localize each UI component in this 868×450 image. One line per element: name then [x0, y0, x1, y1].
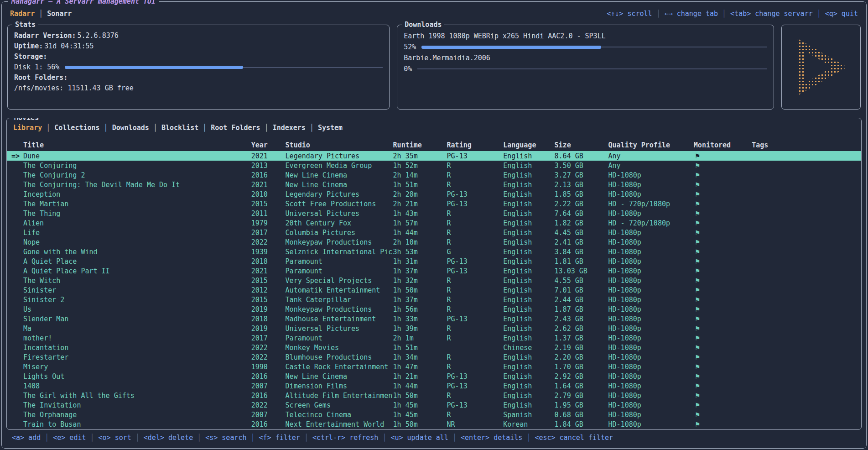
movie-rating: R [447, 170, 504, 180]
keybinding-hint: <u> update all [390, 434, 448, 442]
movie-studio: Automatik Entertainment [286, 285, 393, 295]
table-row[interactable]: Train to Busan2016Next Entertainment Wor… [7, 419, 861, 429]
movie-title: Sinister [23, 286, 56, 294]
table-row[interactable]: A Quiet Place2018Paramount1h 31mPG-13Eng… [7, 256, 861, 266]
table-row[interactable]: The Conjuring 22016New Line Cinema2h 14m… [7, 170, 861, 180]
movie-language: Korean [503, 419, 554, 429]
movie-runtime: 2h 35m [393, 151, 447, 161]
table-row[interactable]: Inception2010Legendary Pictures2h 28mPG-… [7, 189, 861, 199]
movies-tab-library[interactable]: Library [13, 124, 42, 132]
top-help: <↑↓> scroll│←→ change tab│<tab> change s… [607, 10, 858, 18]
table-row[interactable]: mother!2017Paramount2h 1mREnglish1.37 GB… [7, 333, 861, 343]
movie-size: 1.84 GB [555, 419, 608, 429]
movie-monitored: ⚑ [694, 170, 752, 180]
movies-tab-indexers[interactable]: Indexers [273, 124, 306, 132]
movie-quality: HD-1080p [608, 372, 694, 381]
downloads-list: Earth 1998 1080p WEBRip x265 Hindi AAC2.… [404, 31, 767, 74]
movie-tags [752, 189, 861, 199]
movie-runtime: 1h 50m [393, 391, 447, 400]
table-row[interactable]: A Quiet Place Part II2021Paramount1h 37m… [7, 266, 861, 276]
movie-title: Alien [23, 219, 44, 227]
separator: │ [39, 10, 43, 18]
movie-title: Nope [23, 238, 40, 246]
movie-tags [752, 218, 861, 228]
table-row[interactable]: The Girl with All the Gifts2016Altitude … [7, 391, 861, 400]
table-row[interactable]: Alien197920th Century Fox1h 57mREnglish1… [7, 218, 861, 228]
movie-runtime: 1h 50m [393, 285, 447, 295]
table-row[interactable]: Lights Out2016New Line Cinema1h 21mPG-13… [7, 372, 861, 381]
movie-studio: Dimension Films [286, 381, 393, 391]
download-percent: 0% [404, 65, 412, 73]
movie-language: English [503, 218, 554, 228]
table-row[interactable]: Incantation2022Monkey Movies1h 51mChines… [7, 343, 861, 352]
table-row[interactable]: The Conjuring: The Devil Made Me Do It20… [7, 180, 861, 189]
monitored-icon: ⚑ [694, 363, 701, 371]
movie-title-cell: Train to Busan [7, 419, 251, 429]
movie-quality: HD - 720p/1080p [608, 218, 694, 228]
movie-language: Chinese [503, 343, 554, 352]
movies-tab-system[interactable]: System [318, 124, 343, 132]
movies-tab-root-folders[interactable]: Root Folders [211, 124, 260, 132]
movie-size: 1.85 GB [555, 189, 608, 199]
table-row[interactable]: The Orphanage2007Telecinco Cinema1h 45mR… [7, 410, 861, 419]
movie-runtime: 3h 53m [393, 247, 447, 256]
movie-quality: HD-1080p [608, 324, 694, 333]
table-row[interactable]: 14082007Dimension Films1h 44mPG-13Englis… [7, 381, 861, 391]
monitored-icon: ⚑ [694, 411, 701, 419]
movie-year: 2011 [251, 209, 286, 218]
movie-monitored: ⚑ [694, 247, 752, 256]
tab-sonarr[interactable]: Sonarr [47, 10, 72, 18]
movies-tab-downloads[interactable]: Downloads [112, 124, 149, 132]
movie-runtime: 2h 1m [393, 333, 447, 343]
table-row[interactable]: The Thing2011Universal Pictures1h 43mREn… [7, 209, 861, 218]
movie-language: English [503, 237, 554, 247]
movie-title-cell: The Invitation [7, 400, 251, 410]
movie-size: 7.64 GB [555, 209, 608, 218]
movie-rating: G [447, 247, 504, 256]
movie-tags [752, 295, 861, 304]
app-title: Managarr — A Servarr management TUI [8, 0, 159, 6]
table-row[interactable]: Life2017Columbia Pictures1h 44mREnglish4… [7, 228, 861, 237]
table-row[interactable]: Nope2022Monkeypaw Productions2h 10mREngl… [7, 237, 861, 247]
movie-rating: PG-13 [447, 266, 504, 276]
movies-tab-collections[interactable]: Collections [54, 124, 99, 132]
movie-quality: HD-1080p [608, 228, 694, 237]
movie-runtime: 1h 34m [393, 352, 447, 362]
movie-quality: HD-1080p [608, 391, 694, 400]
storage-label: Storage: [14, 52, 47, 61]
movie-size: 2.41 GB [555, 237, 608, 247]
movie-rating: NR [447, 419, 504, 429]
root-folder-line: /nfs/movies: 11511.43 GB free [14, 83, 383, 94]
table-row[interactable]: =>Dune2021Legendary Pictures2h 35mPG-13E… [7, 151, 861, 161]
table-row[interactable]: The Witch2015Very Special Projects1h 32m… [7, 276, 861, 285]
selection-indicator: => [7, 152, 23, 160]
movie-title-cell: The Witch [7, 276, 251, 285]
table-row[interactable]: Sinister2012Automatik Entertainment1h 50… [7, 285, 861, 295]
table-row[interactable]: The Martian2015Scott Free Productions2h … [7, 199, 861, 209]
tab-radarr[interactable]: Radarr [10, 10, 35, 18]
table-row[interactable]: Us2019Monkeypaw Productions1h 56mREnglis… [7, 304, 861, 314]
table-row[interactable]: Misery1990Castle Rock Entertainment1h 47… [7, 362, 861, 372]
table-row[interactable]: Gone with the Wind1939Selznick Internati… [7, 247, 861, 256]
disk-progress-fill [65, 66, 243, 69]
table-row[interactable]: The Conjuring2013Evergreen Media Group1h… [7, 161, 861, 170]
table-row[interactable]: Sinister 22015Tank Caterpillar1h 37mREng… [7, 295, 861, 304]
movies-tab-blocklist[interactable]: Blocklist [161, 124, 198, 132]
root-folders-label-line: Root Folders: [14, 73, 383, 83]
movie-size: 13.03 GB [555, 266, 608, 276]
movie-monitored: ⚑ [694, 304, 752, 314]
movie-title-cell: Us [7, 304, 251, 314]
movie-rating: PG-13 [447, 314, 504, 324]
movie-size: 3.27 GB [555, 170, 608, 180]
movie-size: 2.44 GB [555, 295, 608, 304]
table-row[interactable]: Slender Man2018Madhouse Entertainment1h … [7, 314, 861, 324]
movie-year: 2017 [251, 333, 286, 343]
download-progress-row: 0% [404, 63, 767, 74]
movie-rating: PG-13 [447, 189, 504, 199]
movie-title-cell: mother! [7, 333, 251, 343]
table-row[interactable]: Firestarter2022Blumhouse Productions1h 3… [7, 352, 861, 362]
table-row[interactable]: The Invitation2022Screen Gems1h 45mPG-13… [7, 400, 861, 410]
movie-size: 4.45 GB [555, 228, 608, 237]
table-row[interactable]: Ma2019Universal Pictures1h 39mREnglish2.… [7, 324, 861, 333]
movie-title: Slender Man [23, 315, 68, 323]
